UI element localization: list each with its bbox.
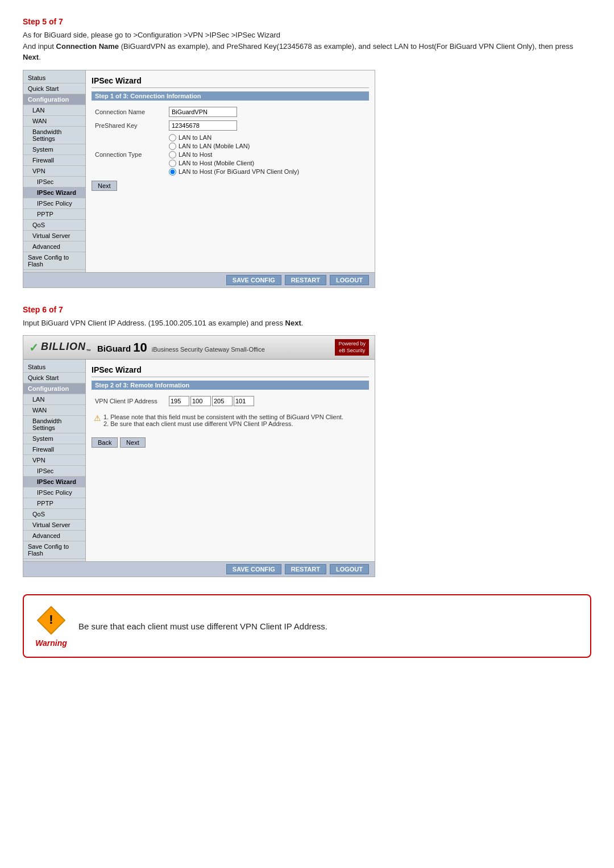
step6-logo-area: ✓ BILLION™ [29, 341, 92, 354]
step6-form-table: VPN Client IP Address [92, 394, 369, 408]
sidebar-advanced[interactable]: Advanced [23, 241, 85, 252]
step6-sidebar-firewall[interactable]: Firewall [23, 444, 85, 455]
step5-body: Status Quick Start Configuration LAN WAN… [23, 70, 375, 272]
sidebar-bandwidth[interactable]: Bandwidth Settings [23, 127, 85, 144]
step6-content: IPSec Wizard Step 2 of 3: Remote Informa… [86, 360, 375, 561]
step6-ip-part1[interactable] [169, 396, 189, 406]
step6-sidebar-pptp[interactable]: PPTP [23, 498, 85, 509]
step5-sidebar: Status Quick Start Configuration LAN WAN… [23, 70, 86, 272]
step6-sidebar-quickstart[interactable]: Quick Start [23, 373, 85, 383]
step6-router-header: ✓ BILLION™ BiGuard 10 iBusiness Security… [23, 336, 375, 360]
step5-form-table: Connection Name PreShared Key Connection… [92, 105, 369, 177]
step6-logo: BILLION™ [41, 341, 92, 354]
step6-sidebar-advanced[interactable]: Advanced [23, 531, 85, 541]
warning-box: ! Warning Be sure that each client must … [23, 594, 591, 658]
sidebar-system[interactable]: System [23, 144, 85, 155]
step6-sidebar-status[interactable]: Status [23, 362, 85, 373]
sidebar-virtual-server[interactable]: Virtual Server [23, 231, 85, 241]
step5-restart-btn[interactable]: RESTART [285, 275, 326, 285]
sidebar-firewall[interactable]: Firewall [23, 155, 85, 166]
step6-btn-row: Back Next [92, 434, 369, 448]
step6-warning-icon: ⚠ [94, 414, 101, 423]
warning-icon-wrap: ! Warning [35, 604, 67, 648]
step5-connection-name-input[interactable] [169, 107, 237, 117]
sidebar-config[interactable]: Configuration [23, 94, 85, 105]
step6-security-badge: Powered by eB Security [335, 339, 369, 356]
step6-sidebar-ipsec[interactable]: IPSec [23, 466, 85, 477]
step5-connection-name-label: Connection Name [92, 105, 165, 119]
step6-sidebar-save[interactable]: Save Config to Flash [23, 541, 85, 559]
step6-restart-btn[interactable]: RESTART [285, 564, 326, 574]
step6-ip-part2[interactable] [190, 396, 211, 406]
sidebar-pptp[interactable]: PPTP [23, 209, 85, 220]
step5-title: Step 5 of 7 [23, 17, 591, 26]
step5-preshared-key-input[interactable] [169, 120, 237, 131]
step5-content: IPSec Wizard Step 1 of 3: Connection Inf… [86, 70, 375, 272]
step5-radio-group: LAN to LAN LAN to LAN (Mobile LAN) LAN t… [169, 134, 366, 176]
sidebar-ipsec-policy[interactable]: IPSec Policy [23, 198, 85, 209]
sidebar-quickstart[interactable]: Quick Start [23, 84, 85, 94]
step5-footer: SAVE CONFIG RESTART LOGOUT [23, 272, 375, 287]
step6-sidebar-qos[interactable]: QoS [23, 509, 85, 520]
step5-connection-type-label: Connection Type [92, 132, 165, 177]
step6-note-text: 1. Please note that this field must be c… [103, 414, 343, 427]
step6-ip-fields [169, 396, 366, 406]
step6-checkmark-icon: ✓ [29, 341, 39, 354]
step6-next-btn[interactable]: Next [120, 437, 146, 448]
step5-preshared-key-row: PreShared Key [92, 119, 369, 132]
step6-sidebar-lan[interactable]: LAN [23, 394, 85, 405]
step6-sidebar: Status Quick Start Configuration LAN WAN… [23, 360, 86, 561]
step6-wizard-title: IPSec Wizard [92, 365, 369, 377]
step6-wizard-step-label: Step 2 of 3: Remote Information [92, 381, 369, 390]
step5-next-btn[interactable]: Next [92, 181, 117, 191]
step5-preshared-key-label: PreShared Key [92, 119, 165, 132]
sidebar-wan[interactable]: WAN [23, 116, 85, 127]
step5-radio-lan-to-host[interactable]: LAN to Host [169, 151, 366, 158]
step6-sidebar-system[interactable]: System [23, 433, 85, 444]
step5-radio-lan-to-lan-mobile[interactable]: LAN to LAN (Mobile LAN) [169, 143, 366, 150]
step6-title: Step 6 of 7 [23, 305, 591, 314]
step5-radio-lan-to-lan[interactable]: LAN to LAN [169, 134, 366, 141]
step6-sidebar-ipsec-wizard[interactable]: IPSec Wizard [23, 477, 85, 487]
sidebar-vpn[interactable]: VPN [23, 166, 85, 177]
step5-connection-name-row: Connection Name [92, 105, 369, 119]
sidebar-save-config[interactable]: Save Config to Flash [23, 252, 85, 270]
sidebar-status[interactable]: Status [23, 73, 85, 84]
step6-sidebar-vpn[interactable]: VPN [23, 455, 85, 466]
step6-sidebar-wan[interactable]: WAN [23, 405, 85, 416]
step5-radio-lan-to-host-mobile[interactable]: LAN to Host (Mobile Client) [169, 160, 366, 167]
step5-save-config-btn[interactable]: SAVE CONFIG [226, 275, 281, 285]
sidebar-ipsec-wizard[interactable]: IPSec Wizard [23, 187, 85, 198]
step6-note: ⚠ 1. Please note that this field must be… [92, 411, 369, 429]
step6-ip-part4[interactable] [234, 396, 254, 406]
step6-back-btn[interactable]: Back [92, 437, 118, 448]
step5-connection-type-row: Connection Type LAN to LAN LAN to LAN (M… [92, 132, 369, 177]
step6-description: Input BiGuard VPN Client IP Address. (19… [23, 318, 591, 329]
step6-vpn-client-label: VPN Client IP Address [92, 394, 165, 408]
step6-footer: SAVE CONFIG RESTART LOGOUT [23, 561, 375, 577]
warning-diamond-icon: ! [35, 604, 67, 636]
svg-text:!: ! [49, 612, 53, 627]
step5-radio-lan-to-host-biguard[interactable]: LAN to Host (For BiGuard VPN Client Only… [169, 168, 366, 176]
sidebar-qos[interactable]: QoS [23, 220, 85, 231]
sidebar-ipsec[interactable]: IPSec [23, 177, 85, 187]
step6-product-area: BiGuard 10 iBusiness Security Gateway Sm… [97, 340, 265, 355]
step6-product-name: BiGuard 10 [97, 340, 147, 355]
step6-save-config-btn[interactable]: SAVE CONFIG [226, 564, 281, 574]
step6-logout-btn[interactable]: LOGOUT [330, 564, 369, 574]
step6-ip-part3[interactable] [212, 396, 233, 406]
step6-sidebar-ipsec-policy[interactable]: IPSec Policy [23, 487, 85, 498]
step6-sidebar-virtual-server[interactable]: Virtual Server [23, 520, 85, 531]
step6-sidebar-config[interactable]: Configuration [23, 383, 85, 394]
step5-section: Step 5 of 7 As for BiGuard side, please … [23, 17, 591, 288]
warning-label: Warning [35, 639, 67, 648]
step5-wizard-step-label: Step 1 of 3: Connection Information [92, 91, 369, 101]
sidebar-lan[interactable]: LAN [23, 105, 85, 116]
step6-router-ui: ✓ BILLION™ BiGuard 10 iBusiness Security… [23, 335, 375, 577]
step6-sidebar-bandwidth[interactable]: Bandwidth Settings [23, 416, 85, 433]
step5-logout-btn[interactable]: LOGOUT [330, 275, 369, 285]
step6-vpn-client-row: VPN Client IP Address [92, 394, 369, 408]
step5-description: As for BiGuard side, please go to >Confi… [23, 30, 591, 63]
step5-wizard-title: IPSec Wizard [92, 76, 369, 88]
warning-text: Be sure that each client must use differ… [78, 621, 327, 631]
